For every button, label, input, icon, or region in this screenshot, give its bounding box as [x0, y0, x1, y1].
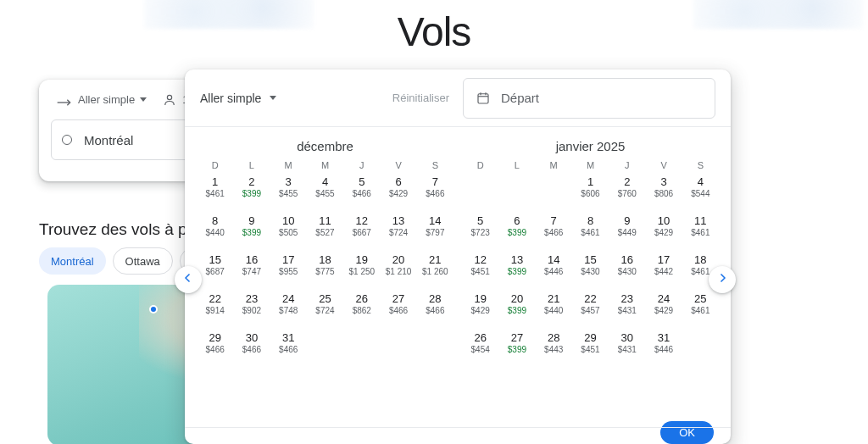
calendar-day[interactable]: 2$399 [233, 175, 270, 208]
calendar-day[interactable]: 20$399 [498, 292, 535, 325]
calendar-day[interactable]: 28$466 [417, 292, 453, 325]
calendar-day[interactable]: 27$466 [380, 292, 416, 325]
day-price: $914 [206, 306, 225, 315]
calendar-reset-button[interactable]: Réinitialiser [392, 92, 449, 104]
calendar-popover: Aller simple Réinitialiser Départ décemb… [185, 69, 731, 444]
calendar-day[interactable]: 15$430 [572, 253, 609, 286]
day-number: 29 [584, 331, 596, 345]
calendar-day[interactable]: 11$527 [307, 214, 343, 247]
calendar-day[interactable]: 24$429 [645, 292, 682, 325]
calendar-day[interactable]: 6$399 [498, 214, 535, 247]
calendar-day[interactable]: 29$466 [197, 331, 233, 364]
day-number: 24 [282, 292, 294, 306]
calendar-day[interactable]: 22$914 [197, 292, 233, 325]
day-number: 13 [392, 214, 404, 228]
chip-montreal[interactable]: Montréal [39, 247, 106, 275]
calendar-day[interactable]: 4$544 [682, 175, 719, 208]
calendar-day[interactable]: 1$606 [572, 175, 609, 208]
calendar-day[interactable]: 30$466 [233, 331, 270, 364]
day-price: $443 [544, 345, 563, 354]
calendar-day[interactable]: 23$902 [233, 292, 270, 325]
calendar-header: Aller simple Réinitialiser Départ [185, 69, 731, 127]
calendar-next-button[interactable] [709, 266, 736, 293]
calendar-prev-button[interactable] [175, 266, 202, 293]
calendar-day[interactable]: 5$723 [462, 214, 498, 247]
calendar-day[interactable]: 17$442 [645, 253, 682, 286]
day-price: $466 [279, 345, 298, 354]
calendar-day[interactable]: 26$862 [343, 292, 380, 325]
calendar-day[interactable]: 3$806 [645, 175, 682, 208]
departure-date-input[interactable]: Départ [463, 78, 715, 119]
calendar-day[interactable]: 4$455 [307, 175, 343, 208]
calendar-day[interactable]: 7$466 [417, 175, 453, 208]
calendar-day[interactable]: 13$724 [380, 214, 416, 247]
day-price: $1 210 [386, 267, 412, 276]
calendar-day[interactable]: 5$466 [343, 175, 380, 208]
day-number: 3 [286, 175, 292, 189]
day-price: $430 [618, 267, 637, 276]
calendar-footer [185, 427, 731, 444]
calendar-day[interactable]: 14$797 [417, 214, 453, 247]
calendar-day[interactable]: 30$431 [609, 331, 645, 364]
calendar-day[interactable]: 3$455 [270, 175, 307, 208]
calendar-day[interactable]: 2$760 [609, 175, 645, 208]
calendar-day[interactable]: 10$429 [645, 214, 682, 247]
chip-ottawa[interactable]: Ottawa [113, 247, 173, 275]
calendar-day[interactable]: 16$747 [233, 253, 270, 286]
calendar-day[interactable]: 17$955 [270, 253, 307, 286]
dow-label: M [307, 160, 343, 170]
day-price: $461 [691, 306, 709, 315]
calendar-day[interactable]: 7$466 [536, 214, 572, 247]
day-number: 7 [551, 214, 557, 228]
day-number: 20 [511, 292, 523, 306]
trip-type-select[interactable]: Aller simple [51, 88, 152, 111]
calendar-day[interactable]: 9$449 [609, 214, 645, 247]
day-price: $466 [426, 306, 444, 315]
chevron-down-icon [140, 97, 147, 102]
day-number: 12 [356, 214, 368, 228]
day-price: $442 [654, 267, 673, 276]
calendar-day[interactable]: 14$446 [536, 253, 572, 286]
day-price: $457 [581, 306, 599, 315]
calendar-day[interactable]: 19$1 250 [343, 253, 380, 286]
calendar-day[interactable]: 24$748 [270, 292, 307, 325]
calendar-day[interactable]: 1$461 [197, 175, 233, 208]
day-price: $429 [654, 228, 673, 237]
day-price: $461 [206, 189, 225, 198]
day-number: 1 [212, 175, 218, 189]
day-price: $505 [279, 228, 298, 237]
calendar-trip-type-select[interactable]: Aller simple [200, 92, 276, 105]
calendar-day[interactable]: 21$1 260 [417, 253, 453, 286]
calendar-day[interactable]: 20$1 210 [380, 253, 416, 286]
calendar-day[interactable]: 29$451 [572, 331, 609, 364]
calendar-day[interactable]: 31$466 [270, 331, 307, 364]
calendar-day[interactable]: 6$429 [380, 175, 416, 208]
calendar-day[interactable]: 21$440 [536, 292, 572, 325]
calendar-day[interactable]: 11$461 [682, 214, 719, 247]
calendar-day[interactable]: 13$399 [498, 253, 535, 286]
svg-point-1 [168, 95, 172, 99]
calendar-day[interactable]: 9$399 [233, 214, 270, 247]
calendar-day[interactable]: 10$505 [270, 214, 307, 247]
calendar-day[interactable]: 22$457 [572, 292, 609, 325]
calendar-day[interactable]: 12$451 [462, 253, 498, 286]
chevron-right-icon [715, 270, 730, 289]
calendar-day[interactable]: 25$724 [307, 292, 343, 325]
calendar-day[interactable]: 23$431 [609, 292, 645, 325]
dow-label: S [417, 160, 453, 170]
calendar-day[interactable]: 12$667 [343, 214, 380, 247]
day-number: 17 [658, 253, 670, 267]
calendar-day[interactable]: 8$461 [572, 214, 609, 247]
calendar-day[interactable]: 25$461 [682, 292, 719, 325]
calendar-day[interactable]: 19$429 [462, 292, 498, 325]
calendar-day[interactable]: 28$443 [536, 331, 572, 364]
calendar-day[interactable]: 27$399 [498, 331, 535, 364]
calendar-day[interactable]: 8$440 [197, 214, 233, 247]
calendar-day[interactable]: 16$430 [609, 253, 645, 286]
calendar-day[interactable]: 31$446 [645, 331, 682, 364]
calendar-day[interactable]: 26$454 [462, 331, 498, 364]
calendar-day[interactable]: 18$775 [307, 253, 343, 286]
day-number: 9 [624, 214, 630, 228]
day-number: 27 [511, 331, 523, 345]
calendar-day[interactable]: 15$687 [197, 253, 233, 286]
